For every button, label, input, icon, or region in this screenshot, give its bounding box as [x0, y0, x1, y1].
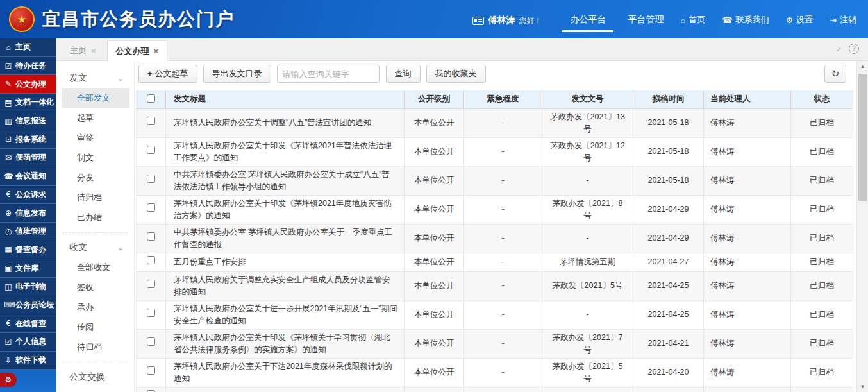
table-row[interactable]: 五月份重点工作安排本单位公开-茅坪情况第五期2021-04-27傅林涛已归档 — [137, 253, 853, 271]
table-row[interactable]: 茅坪镇人民政府关于调整充实安全生产组成人员及分块监管安排的通知本单位公开-茅政发… — [137, 271, 853, 300]
table-row[interactable]: 茅坪镇人民政府办公室关于调整“八五”普法宣讲团的通知本单位公开-茅政办发〔202… — [137, 108, 853, 137]
subnav-item-all-outgoing[interactable]: 全部发文 — [62, 88, 129, 108]
close-icon[interactable]: × — [91, 46, 96, 56]
row-checkbox[interactable] — [147, 117, 155, 125]
row-checkbox[interactable] — [147, 146, 155, 154]
settings-gear-button[interactable]: ⚙ — [0, 373, 17, 387]
gear-icon: ⚙ — [785, 15, 793, 25]
table-row[interactable]: 茅坪镇人民政府办公室关于进一步开展2021年汛期及“五一”期间安全生产检查的通知… — [137, 300, 853, 329]
table-row[interactable]: 中共茅坪镇委办公室 茅坪镇人民政府办公室关于成立“八五”普法依法治镇工作领导小组… — [137, 166, 853, 195]
expand-icon[interactable]: ↕ — [834, 44, 844, 53]
sidebar-item-meeting-notice[interactable]: ☎会议通知 — [0, 167, 56, 186]
scroll-down-arrow[interactable]: ▼ — [857, 384, 868, 389]
subnav-item-to-archive[interactable]: 待归档 — [56, 187, 134, 207]
sidebar: ⌂主页☑待办任务✎公文办理▤文档一体化▥信息报送⊡报备系统✉便函管理☎会议通知€… — [0, 38, 56, 392]
sidebar-item-info-reporting[interactable]: ▥信息报送 — [0, 112, 56, 131]
cell-urgency — [464, 387, 542, 392]
scroll-up-arrow[interactable]: ▲ — [857, 64, 868, 69]
sidebar-item-software-download[interactable]: ⇩软件下载 — [0, 352, 56, 370]
subnav-item-distribute[interactable]: 分发 — [56, 167, 134, 187]
subnav-section-incoming[interactable]: 收文⌄ — [56, 238, 134, 257]
column-header: 发文标题 — [166, 90, 405, 108]
table-row[interactable]: 茅坪镇人民政府办公室关于印发《茅坪镇2021年普法依法治理工作要点》的通知本单位… — [137, 137, 853, 166]
row-checkbox[interactable] — [147, 203, 155, 212]
subnav-section-document-exchange[interactable]: 公文交换 — [56, 368, 134, 387]
subnav-item-undertake[interactable]: 承办 — [56, 297, 134, 317]
nav-homepage[interactable]: ⌂首页 — [678, 14, 708, 32]
sidebar-item-filing-system[interactable]: ⊡报备系统 — [0, 130, 56, 149]
subnav-item-draft[interactable]: 起草 — [56, 108, 134, 128]
table-row[interactable]: 茅坪镇人民政府办公室关于印发《茅坪镇2021年度地质灾害防治方案》的通知本单位公… — [137, 195, 853, 224]
refresh-button[interactable]: ↻ — [824, 65, 846, 83]
cell-title: 茅坪镇人民政府关于调整充实安全生产组成人员及分块监管安排的通知 — [166, 271, 405, 300]
sidebar-item-civil-servant-forum[interactable]: ⌨公务员论坛 — [0, 296, 56, 315]
table-row[interactable]: 中共茅坪镇委办公室 茅坪镇人民政府办公室关于一季度重点工作督查的通报本单位公开-… — [137, 224, 853, 253]
subnav-item-sign-receive[interactable]: 签收 — [56, 277, 134, 297]
subnav-item-to-archive-in[interactable]: 待归档 — [56, 337, 134, 357]
favorites-button[interactable]: 我的收藏夹 — [426, 65, 486, 83]
row-checkbox[interactable] — [147, 256, 155, 264]
query-button[interactable]: 查询 — [386, 65, 421, 83]
sidebar-item-supervision[interactable]: ▦督查督办 — [0, 241, 56, 260]
cell-title: 中共茅坪镇委办公室 茅坪镇人民政府办公室关于成立“八五”普法依法治镇工作领导小组… — [166, 166, 405, 195]
row-checkbox[interactable] — [147, 232, 155, 241]
nav-settings[interactable]: ⚙设置 — [783, 14, 815, 32]
sidebar-item-document-handling[interactable]: ✎公文办理 — [0, 75, 56, 94]
cell-level: 本单位公开 — [405, 253, 464, 271]
sidebar-item-info-release[interactable]: ⊕信息发布 — [0, 204, 56, 223]
subnav-section-outgoing[interactable]: 发文⌄ — [56, 69, 134, 88]
sidebar-item-document-integration[interactable]: ▤文档一体化 — [0, 94, 56, 112]
nav-platform-management[interactable]: 平台管理 — [625, 14, 666, 32]
sidebar-item-public-appeals[interactable]: €公众诉求 — [0, 186, 56, 205]
sidebar-item-personal-info[interactable]: ☑个人信息 — [0, 333, 56, 352]
tab-document-handling[interactable]: 公文办理× — [107, 40, 168, 61]
table-row[interactable]: 茅坪镇人民政府办公室关于印发《茅坪镇关于学习贯彻〈湖北省公共法律服务条例〉的实施… — [137, 329, 853, 358]
vertical-scrollbar[interactable]: ▲ ▼ — [856, 61, 868, 392]
user-info[interactable]: 傅林涛 您好！ — [472, 15, 542, 32]
tab-home[interactable]: 主页× — [62, 41, 104, 60]
table-row[interactable] — [137, 387, 853, 392]
cell-urgency: - — [464, 137, 542, 166]
sidebar-item-home[interactable]: ⌂主页 — [0, 38, 56, 57]
globe-icon: ⊕ — [4, 209, 13, 217]
checkbox-cell — [137, 253, 166, 271]
sidebar-item-memo-management[interactable]: ✉便函管理 — [0, 149, 56, 167]
subnav-item-completed[interactable]: 已办结 — [56, 207, 134, 227]
sidebar-item-label: 公众诉求 — [15, 189, 46, 200]
sidebar-item-label: 报备系统 — [15, 134, 46, 145]
row-checkbox[interactable] — [147, 366, 155, 375]
window-controls: ↕ ? — [837, 44, 860, 54]
help-icon[interactable]: ? — [849, 44, 859, 54]
sidebar-item-online-inspection[interactable]: €在线督查 — [0, 314, 56, 333]
sidebar-item-duty-management[interactable]: ◷值班管理 — [0, 223, 56, 241]
export-list-button[interactable]: 导出发文目录 — [203, 65, 271, 83]
table-header-row: 发文标题公开级别紧急程度发文文号拟稿时间当前处理人状态 — [137, 90, 853, 108]
nav-contact-us[interactable]: ☎联系我们 — [719, 14, 771, 32]
cell-doc_no: 茅政办发〔2021〕13号 — [542, 108, 633, 137]
table-row[interactable]: 茅坪镇人民政府办公室关于下达2021年度森林采伐限额计划的通知本单位公开-茅政办… — [137, 358, 853, 387]
sidebar-item-e-publications[interactable]: ◫电子刊物 — [0, 278, 56, 296]
subnav-item-review-sign[interactable]: 审签 — [56, 128, 134, 148]
row-checkbox[interactable] — [147, 337, 155, 346]
cell-status: 已归档 — [791, 329, 853, 358]
report-doc-icon: ▥ — [4, 117, 13, 126]
cell-handler: 傅林涛 — [704, 329, 791, 358]
cell-urgency: - — [464, 195, 542, 224]
subnav-item-all-incoming[interactable]: 全部收文 — [56, 257, 134, 277]
row-checkbox[interactable] — [147, 175, 155, 183]
scrollbar-thumb[interactable] — [858, 74, 867, 201]
cell-doc_no — [542, 387, 633, 392]
sidebar-item-file-library[interactable]: ▣文件库 — [0, 259, 56, 278]
row-checkbox[interactable] — [147, 309, 155, 317]
subnav-item-produce-doc[interactable]: 制文 — [56, 148, 134, 167]
draft-document-button[interactable]: +公文起草 — [138, 65, 197, 83]
search-input[interactable] — [277, 65, 380, 83]
sidebar-item-label: 值班管理 — [15, 226, 46, 237]
sidebar-item-todo-tasks[interactable]: ☑待办任务 — [0, 57, 56, 76]
close-icon[interactable]: × — [154, 46, 159, 56]
nav-logout[interactable]: ⇥注销 — [827, 14, 859, 32]
subnav-item-circulate[interactable]: 传阅 — [56, 317, 134, 337]
row-checkbox[interactable] — [147, 280, 155, 288]
nav-office-platform[interactable]: 办公平台 — [562, 14, 613, 32]
select-all-checkbox[interactable] — [147, 94, 155, 103]
